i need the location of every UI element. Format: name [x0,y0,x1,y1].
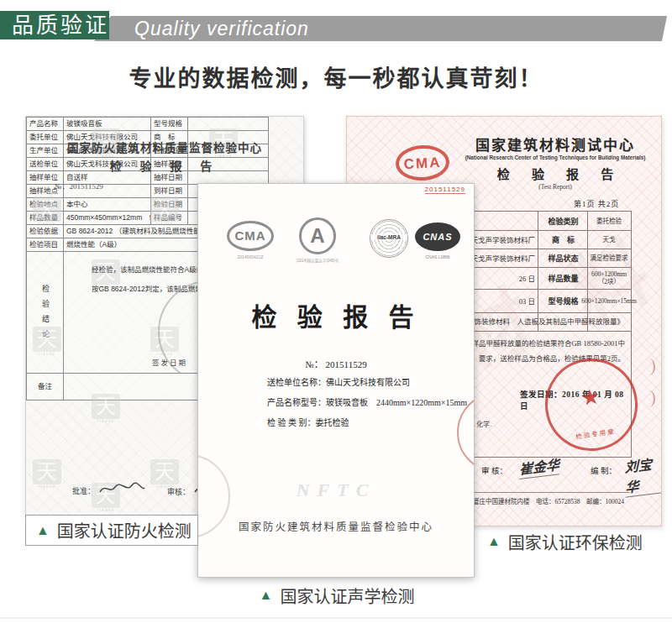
certificate-main-report: 201511529 CMA 2014000421Z A (2014)国认监认字(… [197,183,475,578]
table-label: 型号规格 [151,118,188,131]
reviewer-signature: 崔金华 [519,453,559,479]
ilac-mra-label: ilac-MRA [370,234,407,240]
table-value: 委托检验 [588,212,630,230]
table-value: 600×1200mm×15mm [588,289,630,312]
table-label: 检验依据 [27,225,64,238]
cnas-logo: CNAS [415,222,460,251]
field-value: 委托检验 [316,418,349,427]
table-value: 450mm×450mm×12mm 5块 [64,212,151,225]
cert-env-org-name-en: (National Research Center of Testing Tec… [441,154,662,160]
cert-env-org-name: 国家建筑材料测试中心 [454,134,656,154]
quality-verification-section: 品质验证 Quality verification 专业的数据检测，每一秒都认真… [0,0,672,623]
field-test-type: 检 验 类 别：委托检验 [267,416,349,428]
ilac-mra-logo: ilac-MRA [370,219,408,258]
tiange-watermark: 天TIANGE [148,196,181,226]
red-mark-decoration [643,390,655,407]
page-number: 第1页 共2页 [574,198,641,209]
cert-env-title-en: (Test Report) [454,183,656,191]
tiange-watermark: 天TIANGE [30,459,64,489]
table-label: 型号规格 [538,289,588,312]
caption-text: 国家认证声学检测 [280,584,414,608]
page-title: 专业的数据检测，每一秒都认真苛刻！ [0,60,672,93]
section-banner: Quality verification [94,16,667,41]
review-label: 审核： [167,486,190,497]
field-product: 产品名称型号：玻镁吸音板 2440mm×1220mm×15mm [267,395,467,408]
field-client: 送检单位名称：佛山天戈科技有限公司 [267,375,410,388]
caption-text: 国家认证环保检测 [508,530,643,554]
tiange-watermark: 天TIANGE [89,394,123,423]
field-label: 送检单位名称： [267,378,326,387]
preparer-signature: 刘宝华 [625,452,662,498]
remark-label: 备注 [27,374,64,400]
table-label: 商 标 [538,230,588,249]
triangle-icon: ▲ [36,523,50,538]
table-value: 满足检验要求 [588,249,630,267]
stamp-star-icon: ★ [545,379,635,416]
cert-env-title: 检 验 报 告 [454,165,656,182]
cert-fire-report-number: №：201511529 [55,181,103,191]
red-mark-decoration [643,359,655,375]
table-label: 检验项目 [27,238,64,252]
caption-env-certification: ▲ 国家认证环保检测 [486,529,643,554]
review-label: 审 核： [481,464,507,476]
cert-env-footer: 管庄中国建材院内楼 电话：65728538 邮编：100024 [473,496,624,505]
cert-main-title: 检 验 报 告 [198,296,474,333]
section-badge: 品质验证 [0,11,109,39]
field-value: 佛山天戈科技有限公司 [326,378,410,387]
cal-logo: A [299,217,336,254]
red-serial-number: 201511529 [425,186,465,194]
tiange-watermark: 天TIANGE [30,327,64,356]
caption-acoustic-certification: ▲ 国家认证声学检测 [197,583,475,608]
field-label: 检 验 类 别： [267,418,316,427]
table-value: 本中心 [64,198,151,212]
cma-red-logo: CMA [395,144,450,181]
caption-text: 国家认证防火检测 [57,518,192,542]
signature-squiggle [98,481,145,496]
table-value: 600×1200mm（2块） [588,267,630,289]
cnas-caption: CNAS L0886 [410,254,465,259]
table-label: 检验类别 [538,212,588,230]
table-value: 天戈 [588,230,630,249]
caption-fire-certification: ▲ 国家认证防火检测 [25,515,198,546]
triangle-icon: ▲ [487,534,501,549]
nftc-watermark: NFTC [198,479,474,501]
table-label: 样品数量 [538,267,588,289]
tiange-watermark: 天TIANGE [30,196,64,226]
approve-label: 批准： [72,485,95,496]
field-label: 产品名称型号： [267,398,326,407]
cert-main-org-name: 国家防火建筑材料质量监督检验中心 [198,518,474,534]
remark-fragment: 化学. [476,419,491,428]
bottom-divider [0,617,672,619]
cert-fire-title: 检 验 报 告 [26,157,303,174]
cert-fire-org-name: 国家防火建筑材料质量监督检验中心 [26,139,303,155]
prepare-label: 编 制： [591,464,617,476]
triangle-icon: ▲ [260,588,273,603]
table-label: 产品名称 [27,118,64,131]
field-value: 玻镁吸音板 2440mm×1220mm×15mm [326,398,467,407]
approve-signature: 批准： [72,481,145,496]
cma-caption: 2014000421Z [218,254,282,259]
table-label: 样品状态 [538,249,588,267]
cert-main-report-number: №： 201511529 [198,357,474,370]
cma-logo: CMA [227,221,274,251]
cal-caption: (2014)国认监认字(045)号 [279,258,356,263]
